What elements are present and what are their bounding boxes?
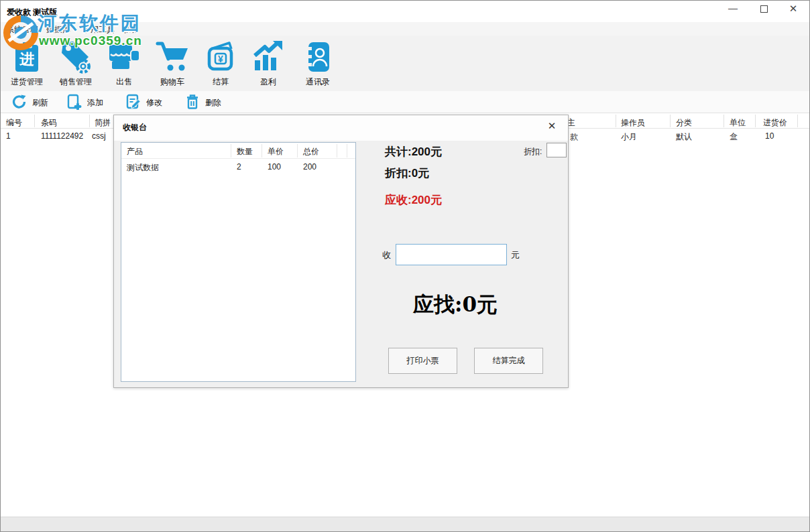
discount-input[interactable]	[546, 143, 567, 157]
receivable-text: 应收:200元	[385, 192, 442, 208]
column-divider	[297, 144, 298, 157]
purchase-management-icon: 进	[2, 40, 52, 74]
menu-database[interactable]: 数据库	[46, 24, 70, 36]
toolbar-checkout[interactable]: ¥ 结算	[196, 40, 245, 90]
toolbar-label: 进货管理	[2, 76, 52, 88]
cart-cell-price: 100	[268, 162, 281, 172]
col-category[interactable]: 分类	[676, 117, 692, 129]
action-label: 刷新	[32, 97, 48, 109]
toolbar-label: 出售	[99, 76, 149, 88]
column-divider	[347, 144, 347, 157]
cell-pinyin: cssj	[92, 131, 106, 141]
toolbar-sell[interactable]: 出售	[99, 40, 149, 90]
delete-button[interactable]: 删除	[184, 94, 221, 111]
window-title: 爱收款 测试版	[7, 7, 57, 18]
cart-icon	[148, 40, 197, 74]
maximize-icon	[760, 5, 768, 13]
add-icon	[66, 94, 82, 112]
cell-id: 1	[6, 131, 11, 141]
cell-purchase-price: 10	[765, 131, 774, 141]
column-divider	[34, 115, 35, 127]
cell-clipped-fragment: 款	[570, 131, 578, 143]
menu-help[interactable]: 帮助	[121, 24, 137, 36]
menubar: 系统管理 数据库 常用工具 帮助	[1, 22, 809, 36]
close-button[interactable]: ✕	[780, 1, 807, 18]
sales-management-icon	[51, 40, 101, 74]
cart-cell-qty: 2	[237, 162, 241, 172]
col-barcode[interactable]: 条码	[41, 117, 57, 129]
cart-list: 产品 数量 单价 总价 测试数据 2 100 200	[121, 142, 356, 382]
received-input[interactable]	[396, 244, 507, 265]
cell-category: 默认	[676, 131, 692, 143]
minimize-button[interactable]: —	[719, 1, 746, 18]
checkout-icon: ¥	[196, 40, 245, 74]
contacts-icon	[293, 40, 343, 74]
profit-icon	[243, 40, 293, 74]
cart-cell-total: 200	[303, 162, 316, 172]
dialog-close-button[interactable]: ✕	[545, 119, 559, 133]
col-purchase-price[interactable]: 进货价	[763, 117, 787, 129]
toolbar-cart[interactable]: 购物车	[148, 40, 197, 90]
cart-cell-product: 测试数据	[127, 162, 159, 174]
col-unit[interactable]: 单位	[730, 117, 746, 129]
menu-system[interactable]: 系统管理	[6, 24, 38, 36]
column-divider	[231, 144, 231, 157]
toolbar-label: 销售管理	[51, 76, 101, 88]
toolbar-sales-management[interactable]: 销售管理	[51, 40, 101, 90]
toolbar-label: 购物车	[148, 76, 197, 88]
svg-text:进: 进	[19, 51, 34, 68]
refresh-button[interactable]: 刷新	[11, 94, 48, 111]
print-receipt-button[interactable]: 打印小票	[388, 348, 457, 374]
toolbar-purchase-management[interactable]: 进 进货管理	[2, 40, 52, 90]
maximize-button[interactable]	[750, 1, 777, 18]
column-divider	[797, 115, 798, 127]
toolbar-profit[interactable]: 盈利	[243, 40, 293, 90]
cell-operator: 小月	[621, 131, 637, 143]
discount-input-label: 折扣:	[524, 146, 542, 157]
cart-col-total[interactable]: 总价	[303, 146, 319, 157]
cell-barcode: 1111122492	[41, 131, 83, 141]
discount-text: 折扣:0元	[385, 165, 429, 181]
refresh-icon	[11, 94, 27, 112]
col-operator[interactable]: 操作员	[621, 117, 645, 129]
col-id[interactable]: 编号	[6, 117, 22, 129]
status-bar	[1, 517, 810, 532]
sell-icon	[99, 40, 149, 74]
action-label: 添加	[87, 97, 103, 109]
column-divider	[724, 115, 724, 127]
cashier-dialog: 收银台 ✕ 产品 数量 单价 总价 测试数据 2 100 200 共计:	[113, 115, 569, 388]
column-divider	[337, 144, 337, 157]
edit-button[interactable]: 修改	[125, 94, 162, 111]
cart-list-header: 产品 数量 单价 总价	[121, 143, 355, 159]
cell-unit: 盒	[730, 131, 738, 143]
column-divider	[616, 115, 616, 127]
column-divider	[755, 115, 756, 127]
app-window: 爱收款 测试版 — ✕ 系统管理 数据库 常用工具 帮助 进 进货管理	[0, 0, 810, 532]
cart-col-price[interactable]: 单价	[268, 146, 284, 157]
delete-icon	[184, 94, 200, 112]
close-icon: ✕	[548, 120, 557, 131]
main-toolbar: 进 进货管理 销售管理	[1, 36, 809, 91]
toolbar-label: 盈利	[243, 76, 293, 88]
col-pinyin[interactable]: 简拼	[95, 117, 111, 129]
cart-col-product[interactable]: 产品	[127, 146, 143, 157]
toolbar-label: 通讯录	[293, 76, 343, 88]
cart-col-qty[interactable]: 数量	[237, 146, 253, 157]
column-divider	[89, 115, 90, 127]
titlebar: 爱收款 测试版 — ✕	[1, 1, 809, 22]
menu-tools[interactable]: 常用工具	[82, 24, 115, 36]
toolbar-contacts[interactable]: 通讯录	[293, 40, 343, 90]
received-label: 收	[382, 249, 391, 261]
dialog-titlebar: 收银台 ✕	[114, 115, 568, 141]
column-divider	[262, 144, 262, 157]
add-button[interactable]: 添加	[66, 94, 103, 111]
finish-settlement-button[interactable]: 结算完成	[474, 348, 543, 374]
action-label: 修改	[146, 97, 162, 109]
column-divider	[670, 115, 671, 127]
toolbar-label: 结算	[196, 76, 245, 88]
minimize-icon: —	[728, 3, 738, 13]
grand-total-text: 共计:200元	[385, 144, 442, 159]
action-toolbar: 刷新 添加 修改	[1, 91, 809, 113]
dialog-title: 收银台	[123, 122, 147, 133]
change-due-text: 应找:0元	[368, 291, 542, 319]
